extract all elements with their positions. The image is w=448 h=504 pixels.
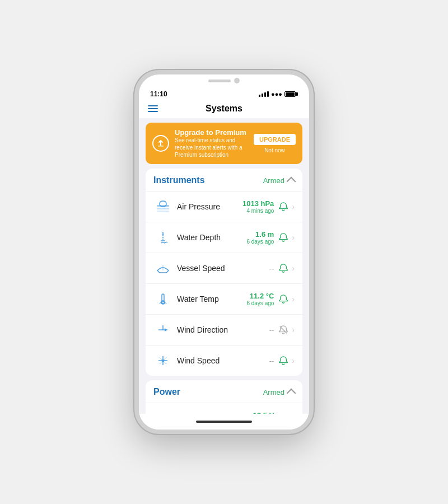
notch-camera	[234, 78, 240, 83]
wind-speed-reading: --	[269, 357, 274, 365]
svg-marker-8	[165, 328, 167, 332]
nav-bar: Systems	[139, 101, 309, 118]
svg-rect-3	[157, 211, 169, 212]
hamburger-line-1	[148, 105, 158, 106]
power-header: Power Armed	[146, 380, 302, 403]
wind-speed-bell-icon[interactable]	[278, 356, 288, 366]
power-title: Power	[153, 387, 180, 397]
upgrade-description: See real-time status and receive instant…	[175, 137, 248, 158]
vessel-speed-bell-icon[interactable]	[278, 263, 288, 273]
air-pressure-icon	[153, 197, 172, 216]
water-temp-value: 11.2 °C 6 days ago	[246, 292, 274, 306]
instruments-status-label: Armed	[263, 176, 284, 185]
hamburger-line-2	[148, 108, 158, 109]
air-pressure-row[interactable]: Air Pressure 1013 hPa 4 mins ago ›	[146, 191, 302, 222]
air-pressure-value: 1013 hPa 4 mins ago	[242, 199, 274, 214]
water-depth-chevron: ›	[292, 233, 295, 242]
water-temp-row[interactable]: Water Temp 11.2 °C 6 days ago ›	[146, 283, 302, 314]
upgrade-banner: Upgrade to Premium See real-time status …	[146, 123, 302, 164]
home-indicator	[139, 414, 309, 430]
water-temp-icon	[153, 290, 172, 309]
phone-notch	[188, 74, 260, 87]
wind-speed-chevron: ›	[292, 356, 295, 365]
vessel-speed-icon	[153, 259, 172, 278]
water-temp-chevron: ›	[292, 295, 295, 304]
status-time: 11:10	[150, 90, 167, 98]
vessel-speed-row[interactable]: Vessel Speed -- ›	[146, 253, 302, 283]
wind-speed-value: --	[269, 357, 274, 365]
air-pressure-bell-icon[interactable]	[278, 202, 288, 212]
wind-direction-label: Wind Direction	[177, 325, 269, 334]
battery-level-row[interactable]: Battery Level 13.5 V 3 mins ago ›	[146, 403, 302, 414]
wind-speed-label: Wind Speed	[177, 356, 269, 365]
main-content[interactable]: Upgrade to Premium See real-time status …	[139, 118, 309, 414]
wind-direction-bell-off-icon[interactable]	[278, 325, 288, 335]
vessel-speed-reading: --	[269, 264, 274, 273]
vessel-speed-label: Vessel Speed	[177, 264, 269, 273]
status-right: ●●●	[259, 91, 298, 97]
instruments-section: Instruments Armed Air Pressure	[146, 169, 302, 376]
water-depth-bell-icon[interactable]	[278, 232, 288, 242]
water-temp-bell-icon[interactable]	[278, 294, 288, 304]
water-depth-value: 1.6 m 6 days ago	[246, 230, 274, 245]
signal-icon	[259, 91, 269, 97]
wind-direction-chevron: ›	[292, 325, 295, 334]
wind-direction-row[interactable]: Wind Direction -- ›	[146, 314, 302, 345]
notch-speaker	[208, 80, 231, 82]
svg-rect-1	[157, 208, 169, 209]
home-bar[interactable]	[196, 421, 252, 423]
water-depth-icon	[153, 228, 172, 247]
upgrade-title: Upgrade to Premium	[175, 128, 248, 137]
instruments-header: Instruments Armed	[146, 169, 302, 191]
water-temp-time: 6 days ago	[246, 300, 274, 306]
water-depth-reading: 1.6 m	[246, 230, 274, 239]
wind-direction-reading: --	[269, 326, 274, 334]
air-pressure-label: Air Pressure	[177, 202, 242, 211]
upgrade-button[interactable]: UPGRADE	[254, 134, 296, 145]
power-status: Armed	[263, 388, 295, 396]
vessel-speed-value: --	[269, 264, 274, 273]
vessel-speed-chevron: ›	[292, 264, 295, 273]
power-status-label: Armed	[263, 388, 284, 396]
wifi-icon: ●●●	[271, 91, 282, 97]
phone-frame: 11:10 ●●● Systems	[134, 70, 314, 434]
upgrade-icon	[152, 135, 169, 152]
svg-point-4	[162, 233, 164, 235]
air-pressure-chevron: ›	[292, 202, 295, 211]
air-pressure-time: 4 mins ago	[242, 208, 274, 214]
battery-icon	[284, 91, 298, 97]
air-pressure-reading: 1013 hPa	[242, 199, 274, 208]
power-section: Power Armed Battery Level	[146, 380, 302, 414]
wind-direction-icon	[153, 320, 172, 339]
water-depth-label: Water Depth	[177, 233, 246, 242]
instruments-status: Armed	[263, 176, 295, 185]
instruments-title: Instruments	[153, 175, 205, 185]
wind-direction-value: --	[269, 326, 274, 334]
svg-rect-0	[158, 146, 164, 147]
water-temp-reading: 11.2 °C	[246, 292, 274, 300]
menu-button[interactable]	[148, 105, 158, 112]
power-collapse-icon[interactable]	[287, 388, 296, 398]
hamburger-line-3	[148, 111, 158, 112]
battery-level-icon	[153, 409, 172, 414]
upgrade-text-block: Upgrade to Premium See real-time status …	[175, 128, 248, 158]
page-title: Systems	[206, 104, 242, 114]
not-now-button[interactable]: Not now	[264, 147, 285, 153]
water-depth-row[interactable]: Water Depth 1.6 m 6 days ago ›	[146, 222, 302, 253]
wind-speed-row[interactable]: Wind Speed -- ›	[146, 345, 302, 376]
upgrade-buttons: UPGRADE Not now	[254, 134, 296, 153]
water-temp-label: Water Temp	[177, 295, 246, 304]
wind-speed-icon	[153, 351, 172, 370]
water-depth-time: 6 days ago	[246, 239, 274, 245]
svg-point-15	[162, 360, 165, 362]
instruments-collapse-icon[interactable]	[287, 176, 296, 186]
